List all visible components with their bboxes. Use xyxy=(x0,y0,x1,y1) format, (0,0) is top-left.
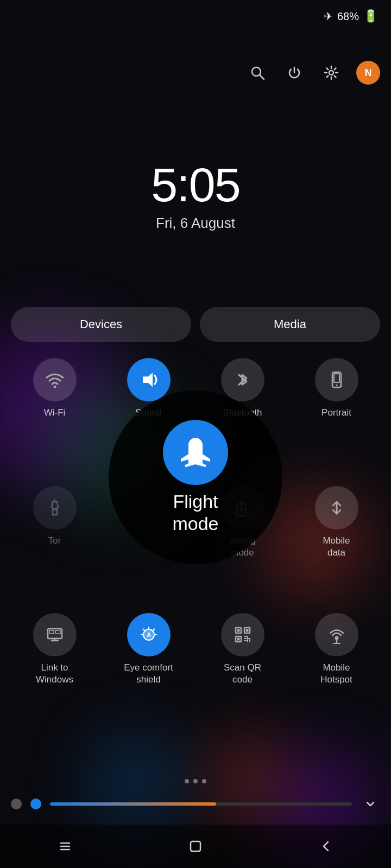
clock-time: 5:05 xyxy=(0,157,391,213)
svg-rect-31 xyxy=(245,629,248,632)
media-tab[interactable]: Media xyxy=(200,307,380,342)
status-bar: ✈ 68% 🔋 xyxy=(0,0,391,33)
tile-portrait[interactable]: Portrait xyxy=(293,358,380,419)
tile-mobilehotspot[interactable]: MobileHotspot xyxy=(293,613,380,686)
sound-icon xyxy=(127,358,171,401)
scanqr-icon xyxy=(221,613,264,656)
airplane-mode-icon: ✈ xyxy=(324,10,333,23)
svg-rect-19 xyxy=(55,630,60,634)
back-button[interactable] xyxy=(310,830,342,863)
svg-rect-45 xyxy=(191,841,200,851)
eyecomfort-label: Eye comfortshield xyxy=(124,662,173,686)
page-indicator xyxy=(0,779,391,783)
tile-wifi[interactable]: Wi-Fi xyxy=(11,358,98,419)
svg-point-2 xyxy=(329,71,333,75)
expand-button[interactable] xyxy=(361,794,380,814)
portrait-label: Portrait xyxy=(321,407,351,419)
page-dot-3 xyxy=(202,779,206,783)
bluetooth-icon xyxy=(221,358,264,401)
scanqr-label: Scan QRcode xyxy=(224,662,261,686)
svg-line-1 xyxy=(260,75,264,79)
home-button[interactable] xyxy=(179,830,212,863)
battery-indicator: 68% xyxy=(337,10,359,23)
devices-tab[interactable]: Devices xyxy=(11,307,191,342)
torch-icon xyxy=(33,486,77,529)
page-dot-2 xyxy=(193,779,198,783)
page-dot-1 xyxy=(185,779,189,783)
clock-section: 5:05 Fri, 6 August xyxy=(0,157,391,232)
mobiledata-icon xyxy=(315,486,358,529)
flight-mode-label: Flightmode xyxy=(172,490,218,535)
tile-eyecomfort[interactable]: A Eye comfortshield xyxy=(105,613,192,686)
brightness-fill xyxy=(50,802,216,806)
svg-rect-6 xyxy=(334,374,339,382)
tile-torch[interactable]: Tor xyxy=(11,486,98,559)
svg-rect-32 xyxy=(237,638,239,641)
portrait-icon xyxy=(315,358,358,401)
flight-mode-circle xyxy=(163,420,228,485)
mobilehotspot-label: MobileHotspot xyxy=(320,662,352,686)
quick-tiles-row3: Link toWindows A Eye comfortshield xyxy=(11,613,380,686)
brightness-dot-active xyxy=(30,799,41,809)
power-button[interactable] xyxy=(282,61,306,85)
clock-date: Fri, 6 August xyxy=(0,215,391,232)
tile-scanqr[interactable]: Scan QRcode xyxy=(199,613,286,686)
svg-marker-4 xyxy=(143,373,153,387)
user-avatar[interactable]: N xyxy=(356,61,380,85)
search-button[interactable] xyxy=(245,61,269,85)
svg-line-23 xyxy=(153,629,155,631)
avatar-letter: N xyxy=(365,67,372,79)
wifi-icon xyxy=(33,358,77,401)
settings-button[interactable] xyxy=(319,61,343,85)
svg-point-7 xyxy=(336,385,337,386)
linktowindows-label: Link toWindows xyxy=(36,662,73,686)
linktowindows-icon xyxy=(33,613,77,656)
flight-mode-overlay[interactable]: Flightmode xyxy=(109,391,282,564)
tile-mobiledata[interactable]: Mobiledata xyxy=(293,486,380,559)
bottom-nav xyxy=(0,825,391,868)
svg-rect-30 xyxy=(237,629,239,632)
battery-icon: 🔋 xyxy=(363,9,378,23)
svg-line-25 xyxy=(143,629,144,631)
tile-linktowindows[interactable]: Link toWindows xyxy=(11,613,98,686)
svg-point-3 xyxy=(53,386,56,388)
brightness-dot-inactive xyxy=(11,799,22,809)
brightness-bar[interactable] xyxy=(50,802,352,806)
torch-label: Tor xyxy=(48,535,61,547)
svg-rect-18 xyxy=(49,630,54,634)
eyecomfort-icon: A xyxy=(127,613,171,656)
recents-button[interactable] xyxy=(49,830,81,863)
wifi-label: Wi-Fi xyxy=(44,407,66,419)
svg-text:A: A xyxy=(147,632,150,638)
quick-actions-row: N xyxy=(245,61,380,85)
brightness-row xyxy=(11,794,380,814)
mobilehotspot-icon xyxy=(315,613,358,656)
device-media-row: Devices Media xyxy=(11,307,380,342)
mobiledata-label: Mobiledata xyxy=(323,535,350,559)
